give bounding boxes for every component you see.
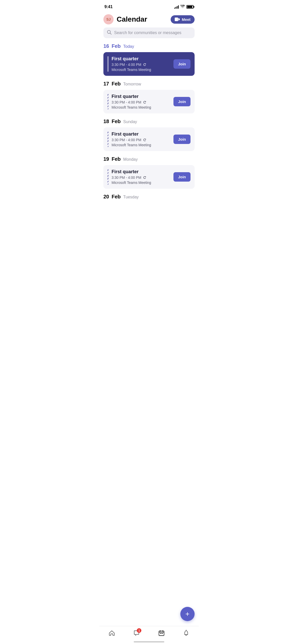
meet-button[interactable]: Meet [171,15,195,24]
date-month-feb19: Feb [112,156,121,162]
signal-bars-icon [174,5,179,9]
header: SJ Calendar Meet [99,12,199,27]
calendar-content: 16 Feb Today First quarter 3:30 PM - 4:0… [99,42,199,228]
date-day-feb19: Monday [123,157,138,162]
page-title: Calendar [117,15,147,23]
svg-rect-0 [175,18,178,21]
status-time: 9:41 [104,5,113,9]
svg-line-3 [110,33,111,34]
event-stripe [107,56,109,72]
event-card-feb19-1[interactable]: First quarter 3:30 PM - 4:00 PM Microsof… [103,165,195,189]
date-number-feb16: 16 [103,43,109,49]
date-day-feb16: Today [123,44,134,49]
event-type: Microsoft Teams Meeting [112,105,151,109]
date-month-feb20: Feb [112,194,121,200]
event-type: Microsoft Teams Meeting [112,181,151,185]
event-title: First quarter [112,94,151,99]
recur-icon [143,100,146,104]
date-number-feb17: 17 [103,81,109,87]
search-bar[interactable]: Search for communities or messages [103,27,195,38]
event-stripe [107,169,109,185]
date-day-feb20: Tuesday [123,195,139,199]
event-card-feb18-1[interactable]: First quarter 3:30 PM - 4:00 PM Microsof… [103,127,195,151]
search-placeholder: Search for communities or messages [114,31,181,35]
recur-icon [143,138,146,142]
event-title: First quarter [112,169,151,174]
search-icon [107,30,112,36]
date-number-feb19: 19 [103,156,109,162]
join-button-feb16[interactable]: Join [173,59,191,69]
join-button-feb19[interactable]: Join [173,172,191,182]
event-card-feb17-1[interactable]: First quarter 3:30 PM - 4:00 PM Microsof… [103,90,195,113]
event-stripe [107,94,109,109]
event-time: 3:30 PM - 4:00 PM [112,63,151,67]
date-month-feb17: Feb [112,81,121,87]
status-icons [174,5,194,9]
date-day-feb18: Sunday [123,120,137,124]
date-month-feb16: Feb [112,43,121,49]
video-camera-icon [175,18,180,21]
date-month-feb18: Feb [112,119,121,124]
event-title: First quarter [112,131,151,137]
date-header-feb17: 17 Feb Tomorrow [103,81,195,87]
header-left: SJ Calendar [103,14,147,24]
event-time: 3:30 PM - 4:00 PM [112,175,151,180]
date-header-feb16: 16 Feb Today [103,43,195,49]
event-time: 3:30 PM - 4:00 PM [112,138,151,142]
date-header-feb19: 19 Feb Monday [103,156,195,162]
event-card-feb16-1[interactable]: First quarter 3:30 PM - 4:00 PM Microsof… [103,52,195,76]
recur-icon [143,63,146,66]
event-title: First quarter [112,56,151,62]
join-button-feb17[interactable]: Join [173,97,191,106]
date-header-feb18: 18 Feb Sunday [103,119,195,124]
event-type: Microsoft Teams Meeting [112,68,151,72]
join-button-feb18[interactable]: Join [173,135,191,144]
date-day-feb17: Tomorrow [123,82,141,86]
wifi-icon [180,5,185,9]
date-number-feb18: 18 [103,119,109,124]
battery-icon [186,5,194,9]
date-number-feb20: 20 [103,194,109,200]
date-header-feb20: 20 Feb Tuesday [103,194,195,200]
event-stripe [107,131,109,147]
svg-marker-1 [178,18,180,21]
event-time: 3:30 PM - 4:00 PM [112,100,151,104]
status-bar: 9:41 [99,0,199,12]
avatar[interactable]: SJ [103,14,114,24]
event-type: Microsoft Teams Meeting [112,143,151,147]
recur-icon [143,176,146,179]
